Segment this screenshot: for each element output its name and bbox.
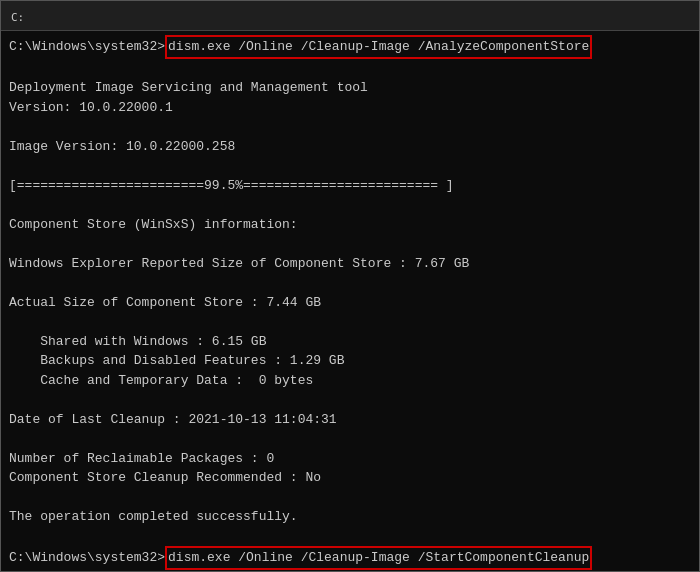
output-line: Component Store (WinSxS) information: (9, 215, 691, 235)
command-line: C:\Windows\system32>dism.exe /Online /Cl… (9, 35, 691, 59)
output-line (9, 429, 691, 449)
terminal-body[interactable]: C:\Windows\system32>dism.exe /Online /Cl… (1, 31, 699, 571)
close-button[interactable] (645, 1, 691, 31)
output-line: The operation completed successfully. (9, 507, 691, 527)
output-line: Image Version: 10.0.22000.258 (9, 137, 691, 157)
output-line: Backups and Disabled Features : 1.29 GB (9, 351, 691, 371)
output-line: Cache and Temporary Data : 0 bytes (9, 371, 691, 391)
output-line: Shared with Windows : 6.15 GB (9, 332, 691, 352)
output-line: Deployment Image Servicing and Managemen… (9, 78, 691, 98)
titlebar: C: (1, 1, 699, 31)
output-line (9, 570, 691, 572)
prompt-text: C:\Windows\system32> (9, 548, 165, 568)
command-text: dism.exe /Online /Cleanup-Image /Analyze… (165, 35, 592, 59)
output-line (9, 117, 691, 137)
svg-text:C:: C: (11, 11, 24, 24)
window: C: C:\Windows\system32>dism.exe /Online … (0, 0, 700, 572)
command-text: dism.exe /Online /Cleanup-Image /StartCo… (165, 546, 592, 570)
output-line (9, 273, 691, 293)
output-line (9, 156, 691, 176)
output-line: Windows Explorer Reported Size of Compon… (9, 254, 691, 274)
output-line (9, 488, 691, 508)
output-line (9, 59, 691, 79)
window-controls (553, 1, 691, 31)
prompt-text: C:\Windows\system32> (9, 37, 165, 57)
output-line: Actual Size of Component Store : 7.44 GB (9, 293, 691, 313)
output-line: Version: 10.0.22000.1 (9, 98, 691, 118)
maximize-button[interactable] (599, 1, 645, 31)
app-icon: C: (9, 8, 25, 24)
output-line (9, 527, 691, 547)
command-line: C:\Windows\system32>dism.exe /Online /Cl… (9, 546, 691, 570)
output-line: [========================99.5%==========… (9, 176, 691, 196)
output-line: Component Store Cleanup Recommended : No (9, 468, 691, 488)
output-line (9, 234, 691, 254)
output-line (9, 312, 691, 332)
output-line: Number of Reclaimable Packages : 0 (9, 449, 691, 469)
output-line (9, 195, 691, 215)
minimize-button[interactable] (553, 1, 599, 31)
output-line: Date of Last Cleanup : 2021-10-13 11:04:… (9, 410, 691, 430)
output-line (9, 390, 691, 410)
